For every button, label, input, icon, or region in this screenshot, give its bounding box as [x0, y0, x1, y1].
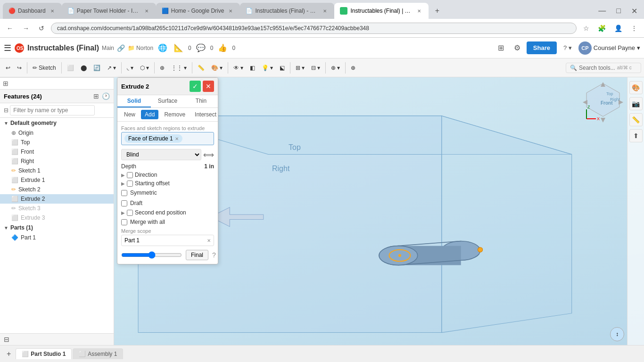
panel-tool-icon1[interactable]: ⊞: [3, 80, 8, 87]
plane-tool-button[interactable]: ⬜: [64, 63, 77, 73]
browser-tab-active[interactable]: Instructables (Final) | Part St... ✕: [334, 3, 429, 19]
dialog-confirm-button[interactable]: ✓: [190, 81, 201, 92]
export-button[interactable]: ⊕▾: [328, 63, 343, 73]
maximize-button[interactable]: □: [612, 5, 625, 17]
url-input[interactable]: [51, 23, 577, 34]
dialog-tab-solid[interactable]: Solid: [117, 95, 151, 107]
expand-all-icon[interactable]: ⊞: [93, 92, 99, 100]
decal-button[interactable]: ⬕: [277, 63, 288, 73]
browser-tab-drive[interactable]: 🟦 Home - Google Drive ✕: [156, 3, 240, 19]
drive-tab-close[interactable]: ✕: [227, 8, 234, 15]
revolve-tool-button[interactable]: 🔄: [91, 63, 103, 73]
link-icon[interactable]: 🔗: [117, 44, 125, 52]
draft-checkbox[interactable]: [121, 200, 127, 206]
reload-button[interactable]: ↺: [36, 23, 47, 34]
globe-icon[interactable]: 🌐: [156, 41, 169, 55]
symmetric-checkbox[interactable]: [121, 190, 127, 196]
tree-item-sketch3[interactable]: ✏ Sketch 3: [0, 204, 114, 213]
instructables-doc-tab-close[interactable]: ✕: [321, 8, 329, 15]
dialog-subtab-add[interactable]: Add: [141, 110, 158, 119]
appearance-button[interactable]: 🎨▾: [208, 63, 225, 73]
dialog-tab-thin[interactable]: Thin: [184, 95, 218, 107]
dialog-subtab-intersect[interactable]: Intersect: [191, 110, 220, 119]
merge-scope-close[interactable]: ✕: [207, 238, 211, 243]
default-geometry-header[interactable]: ▼ Default geometry: [0, 118, 114, 128]
tree-item-front[interactable]: ⬜ Front: [0, 147, 114, 156]
search-tools-input[interactable]: 🔍 Search tools... alt/⌘ c: [566, 63, 641, 73]
merge-scope-container[interactable]: Part 1 ✕: [121, 235, 214, 246]
merge-with-all-checkbox[interactable]: [121, 219, 127, 225]
browser-tab-paper-towel[interactable]: 📄 Paper Towel Holder - Instruc... ✕: [62, 3, 156, 19]
nav-cube[interactable]: Front Top Right X Z: [582, 81, 624, 123]
bookmark-star-icon[interactable]: ☆: [580, 23, 592, 34]
dialog-subtab-remove[interactable]: Remove: [160, 110, 189, 119]
tree-item-origin[interactable]: ⊕ Origin: [0, 128, 114, 138]
shell-button[interactable]: ⬡▾: [137, 63, 152, 73]
forward-button[interactable]: →: [20, 23, 32, 34]
comments-icon[interactable]: 💬: [194, 41, 207, 55]
grid-view-icon[interactable]: ⊞: [495, 41, 508, 55]
face-chip-close[interactable]: ✕: [175, 136, 179, 141]
tree-item-extrude3[interactable]: ⬜ Extrude 3: [0, 213, 114, 222]
appearance-side-icon[interactable]: 🎨: [629, 81, 643, 94]
rollback-icon[interactable]: ⊟: [4, 336, 9, 343]
export-side-icon[interactable]: ⬆: [629, 129, 643, 142]
tree-item-part1[interactable]: 🔷 Part 1: [0, 233, 114, 242]
method-flip-icon[interactable]: ⟺: [203, 150, 214, 159]
ellipse-tool-button[interactable]: ⬤: [78, 63, 90, 73]
extensions-icon[interactable]: 🧩: [595, 23, 609, 34]
redo-button[interactable]: ↪: [14, 63, 25, 73]
user-menu[interactable]: CP Counsel Payne ▾: [578, 41, 640, 55]
close-window-button[interactable]: ✕: [627, 5, 641, 17]
starting-offset-expand-icon[interactable]: ▶: [121, 181, 125, 186]
pattern-button[interactable]: ⋮⋮▾: [168, 63, 190, 73]
fillet-button[interactable]: ◟▾: [124, 63, 136, 73]
dialog-tab-surface[interactable]: Surface: [151, 95, 184, 107]
minimize-button[interactable]: —: [594, 5, 610, 17]
preview-slider[interactable]: [121, 251, 182, 259]
sweep-button[interactable]: ↗▾: [104, 63, 119, 73]
paper-towel-tab-close[interactable]: ✕: [143, 8, 150, 15]
second-end-expand-icon[interactable]: ▶: [121, 210, 125, 215]
insert-button[interactable]: ⊞▾: [293, 63, 307, 73]
likes-icon[interactable]: 👍: [216, 41, 229, 55]
tree-item-sketch2[interactable]: ✏ Sketch 2: [0, 185, 114, 194]
second-end-checkbox[interactable]: [127, 210, 133, 216]
back-button[interactable]: ←: [4, 23, 16, 34]
tree-item-sketch1[interactable]: ✏ Sketch 1: [0, 166, 114, 175]
undo-button[interactable]: ↩: [3, 63, 13, 73]
dialog-cancel-button[interactable]: ✕: [203, 81, 214, 92]
boolean-button[interactable]: ⊕: [157, 63, 167, 73]
profile-icon[interactable]: 👤: [611, 23, 625, 34]
display-button[interactable]: 👁▾: [231, 63, 246, 73]
part-studio-tab[interactable]: ⬜ Part Studio 1: [16, 348, 72, 359]
browser-tab-instructables-doc[interactable]: 📄 Instructables (Final) - Googl... ✕: [240, 3, 334, 19]
final-button[interactable]: Final: [186, 250, 208, 260]
hamburger-menu[interactable]: ☰: [4, 43, 11, 53]
units-icon[interactable]: 📐: [172, 41, 185, 55]
tree-item-right[interactable]: ⬜ Right: [0, 156, 114, 166]
direction-expand-icon[interactable]: ▶: [121, 173, 125, 178]
browser-menu-icon[interactable]: ⋮: [628, 23, 640, 34]
crosshair-button[interactable]: ⊕: [348, 63, 358, 73]
dashboard-tab-close[interactable]: ✕: [49, 8, 56, 15]
parts-header[interactable]: ▼ Parts (1): [0, 222, 114, 233]
sketch-button[interactable]: ✏ Sketch: [30, 63, 59, 73]
help-button[interactable]: ? ▾: [560, 42, 576, 53]
help-button-dialog[interactable]: ?: [212, 251, 216, 259]
settings-icon[interactable]: ⚙: [511, 41, 524, 55]
browser-tab-dashboard[interactable]: 🔴 Dashboard ✕: [3, 3, 62, 19]
render-side-icon[interactable]: 📷: [629, 97, 643, 110]
new-tab-button[interactable]: +: [430, 4, 444, 17]
tree-item-extrude1[interactable]: ⬜ Extrude 1: [0, 175, 114, 185]
starting-offset-checkbox[interactable]: [127, 181, 133, 187]
method-select[interactable]: Blind: [121, 149, 201, 160]
dialog-subtab-new[interactable]: New: [120, 110, 139, 119]
add-tab-button[interactable]: +: [3, 348, 15, 360]
face-chip-container[interactable]: Face of Extrude 1 ✕: [121, 132, 214, 145]
layout-button[interactable]: ⊟▾: [308, 63, 323, 73]
tree-item-extrude2[interactable]: ⬜ Extrude 2: [0, 194, 114, 204]
measure-side-icon[interactable]: 📏: [629, 113, 643, 126]
assembly-tab[interactable]: ⬜ Assembly 1: [73, 348, 123, 359]
tree-item-top[interactable]: ⬜ Top: [0, 138, 114, 147]
